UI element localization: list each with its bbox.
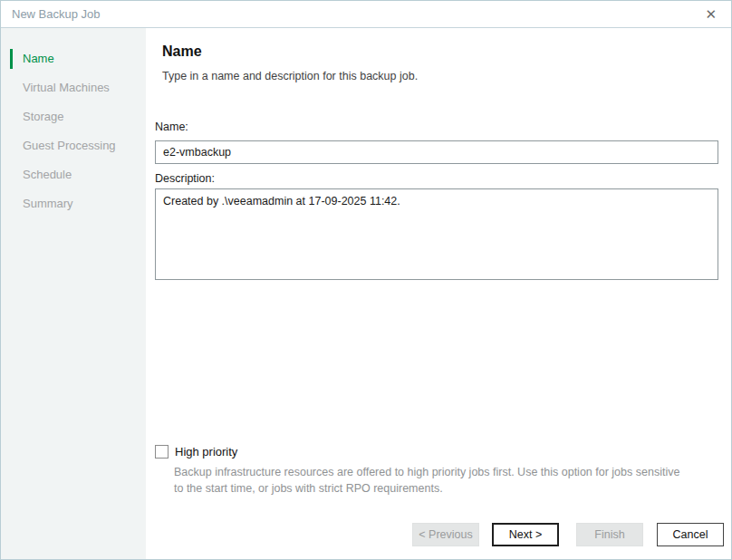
- job-description-textarea[interactable]: Created by .\veeamadmin at 17-09-2025 11…: [155, 188, 718, 280]
- finish-button[interactable]: Finish: [576, 523, 643, 546]
- wizard-steps-sidebar: Name Virtual Machines Storage Guest Proc…: [1, 28, 146, 559]
- sidebar-item-label: Name: [23, 52, 54, 65]
- sidebar-item-label: Schedule: [23, 168, 72, 181]
- sidebar-item-label: Virtual Machines: [23, 81, 110, 94]
- title-bar: New Backup Job ✕: [1, 1, 731, 28]
- active-step-indicator: [10, 49, 13, 69]
- next-button[interactable]: Next >: [492, 523, 559, 546]
- description-field-label: Description:: [155, 172, 215, 185]
- wizard-button-row: < Previous Next > Finish Cancel: [412, 523, 724, 546]
- sidebar-item-virtual-machines[interactable]: Virtual Machines: [1, 73, 146, 102]
- sidebar-item-storage[interactable]: Storage: [1, 102, 146, 131]
- job-name-input[interactable]: [155, 140, 718, 164]
- previous-button[interactable]: < Previous: [412, 523, 479, 546]
- sidebar-item-label: Storage: [23, 110, 64, 123]
- sidebar-item-summary[interactable]: Summary: [1, 189, 146, 218]
- name-field-label: Name:: [155, 121, 188, 133]
- cancel-button[interactable]: Cancel: [657, 523, 724, 546]
- sidebar-item-label: Summary: [23, 197, 73, 210]
- page-subtitle: Type in a name and description for this …: [162, 70, 418, 82]
- sidebar-item-name[interactable]: Name: [1, 44, 146, 73]
- page-title: Name: [162, 43, 202, 60]
- new-backup-job-dialog: New Backup Job ✕ Name Virtual Machines S…: [0, 0, 732, 560]
- sidebar-item-schedule[interactable]: Schedule: [1, 160, 146, 189]
- close-icon[interactable]: ✕: [701, 5, 720, 23]
- window-title: New Backup Job: [12, 7, 701, 21]
- sidebar-item-label: Guest Processing: [23, 139, 116, 152]
- high-priority-checkbox[interactable]: [155, 445, 169, 459]
- high-priority-label: High priority: [175, 445, 237, 459]
- high-priority-help-text: Backup infrastructure resources are offe…: [174, 464, 692, 497]
- wizard-step-content: Name Type in a name and description for …: [146, 28, 731, 559]
- sidebar-item-guest-processing[interactable]: Guest Processing: [1, 131, 146, 160]
